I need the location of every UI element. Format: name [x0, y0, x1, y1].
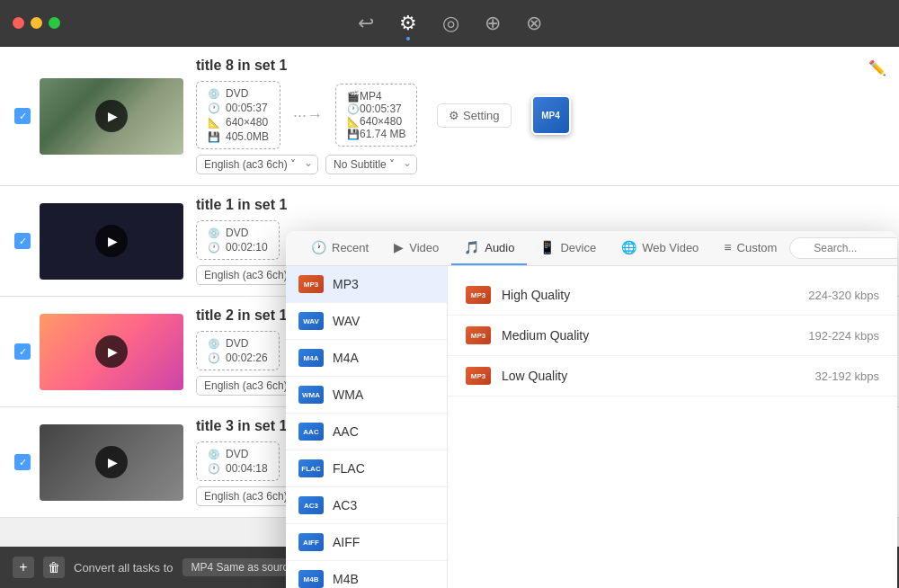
output-format-label: MP4	[360, 90, 382, 102]
wma-icon: WMA	[298, 386, 324, 404]
quality-icon-high: MP3	[466, 286, 491, 304]
play-button-1[interactable]	[95, 100, 128, 132]
bottom-text: Convert all tasks to	[74, 561, 174, 575]
search-input[interactable]	[789, 237, 897, 259]
src-fmt-4: DVD	[226, 448, 248, 460]
delete-button[interactable]: 🗑	[43, 557, 65, 578]
format-badge-label: MP4 Same as source	[191, 561, 295, 574]
output-format-1: 🎬MP4 🕐00:05:37 📐640×480 💾61.74 MB	[335, 84, 417, 147]
format-label-m4a: M4A	[333, 351, 359, 365]
thumbnail-4[interactable]	[40, 424, 183, 501]
format-item-ac3[interactable]: AC3 AC3	[286, 487, 447, 524]
panel-tabs: 🕐 Recent ▶ Video 🎵 Audio 📱 Device 🌐 Web …	[286, 231, 897, 266]
format-item-m4a[interactable]: M4A M4A	[286, 340, 447, 377]
maximize-button[interactable]	[49, 17, 60, 29]
back-icon[interactable]: ↩	[358, 12, 374, 35]
source-format-label: DVD	[226, 87, 248, 100]
quality-item-medium[interactable]: MP3 Medium Quality 192-224 kbps	[448, 316, 897, 356]
quality-item-high[interactable]: MP3 High Quality 224-320 kbps	[448, 275, 897, 316]
tab-audio-label: Audio	[485, 241, 514, 254]
search-wrap: 🔍	[789, 237, 897, 259]
disc-icon[interactable]: ◎	[442, 12, 459, 35]
clock-icon-4: 🕐	[208, 463, 220, 475]
output-duration: 00:05:37	[360, 102, 402, 115]
format-item-mp3[interactable]: MP3 MP3	[286, 266, 447, 303]
source-format-1: 💿DVD 🕐00:05:37 📐640×480 💾405.0MB	[196, 81, 280, 149]
tab-video[interactable]: ▶ Video	[381, 231, 451, 265]
window-controls	[13, 17, 60, 29]
tab-device[interactable]: 📱 Device	[527, 231, 609, 265]
conversion-row-1: 💿DVD 🕐00:05:37 📐640×480 💾405.0MB ···→ 🎬M…	[196, 81, 885, 149]
format-item-flac[interactable]: FLAC FLAC	[286, 450, 447, 487]
add-button[interactable]: +	[13, 557, 34, 578]
video-title-2: title 1 in set 1	[196, 197, 885, 213]
tab-device-label: Device	[560, 241, 596, 254]
src-dur-4: 00:04:18	[226, 462, 268, 475]
format-item-aac[interactable]: AAC AAC	[286, 414, 447, 450]
thumbnail-2[interactable]	[40, 203, 183, 280]
source-format-4: 💿DVD 🕐00:04:18	[196, 441, 280, 481]
video-info-1: title 8 in set 1 💿DVD 🕐00:05:37 📐640×480…	[196, 58, 885, 174]
recent-tab-icon: 🕐	[311, 240, 326, 254]
setting-button-1[interactable]: ⚙ Setting	[437, 103, 511, 128]
subtitle-dropdown-1[interactable]: No Subtitle ˅	[325, 155, 417, 174]
output-size: 61.74 MB	[360, 128, 405, 140]
checkbox-2[interactable]: ✓	[14, 233, 31, 249]
audio-tab-icon: 🎵	[464, 240, 479, 254]
format-label-wma: WMA	[333, 388, 363, 402]
thumbnail-1[interactable]	[40, 78, 183, 155]
aac-icon: AAC	[298, 423, 324, 441]
format-label-aiff: AIFF	[333, 535, 360, 549]
tab-custom-label: Custom	[737, 241, 778, 254]
source-resolution: 640×480	[226, 116, 268, 129]
quality-name-medium: Medium Quality	[502, 328, 797, 343]
format-item-wma[interactable]: WMA WMA	[286, 377, 447, 414]
quality-item-low[interactable]: MP3 Low Quality 32-192 kbps	[448, 356, 897, 396]
tab-recent-label: Recent	[332, 241, 369, 254]
checkbox-4[interactable]: ✓	[14, 454, 31, 470]
close-button[interactable]	[13, 17, 24, 29]
size-icon: 💾	[208, 131, 220, 143]
panel-body: MP3 MP3 WAV WAV M4A M4A WMA WMA AAC AA	[286, 266, 897, 588]
custom-tab-icon: ≡	[724, 240, 731, 254]
tab-webvideo[interactable]: 🌐 Web Video	[609, 231, 711, 265]
disc-format-icon: 💿	[208, 88, 220, 100]
play-button-3[interactable]	[95, 335, 128, 368]
play-button-4[interactable]	[95, 446, 128, 478]
source-size: 405.0MB	[226, 130, 269, 143]
quality-name-low: Low Quality	[502, 369, 804, 383]
mp4-icon-1: MP4	[531, 95, 571, 135]
out-size-icon: 💾	[347, 129, 360, 139]
source-duration: 00:05:37	[226, 102, 268, 114]
res-icon: 📐	[208, 117, 220, 129]
format-label-wav: WAV	[333, 314, 360, 328]
checkbox-1[interactable]: ✓	[14, 108, 31, 124]
play-button-2[interactable]	[95, 225, 128, 257]
tab-recent[interactable]: 🕐 Recent	[298, 231, 381, 265]
main-content: ✓ title 8 in set 1 💿DVD 🕐00:05:37 📐640×4…	[0, 47, 899, 588]
format-item-aiff[interactable]: AIFF AIFF	[286, 524, 447, 561]
settings-icon[interactable]: ⚙	[399, 12, 417, 35]
disc-icon-4: 💿	[208, 449, 220, 460]
m4b-icon: M4B	[298, 570, 324, 588]
flac-icon: FLAC	[298, 459, 324, 477]
format-item-m4b[interactable]: M4B M4B	[286, 561, 447, 588]
format-panel: 🕐 Recent ▶ Video 🎵 Audio 📱 Device 🌐 Web …	[286, 231, 897, 588]
disc2-icon[interactable]: ⊕	[485, 12, 501, 35]
disc3-icon[interactable]: ⊗	[526, 12, 542, 35]
tab-custom[interactable]: ≡ Custom	[711, 231, 789, 265]
tab-audio[interactable]: 🎵 Audio	[451, 231, 527, 265]
quality-list: MP3 High Quality 224-320 kbps MP3 Medium…	[448, 266, 897, 588]
format-item-wav[interactable]: WAV WAV	[286, 303, 447, 340]
titlebar: ↩ ⚙ ◎ ⊕ ⊗	[0, 0, 899, 47]
audio-dropdown-1[interactable]: English (ac3 6ch) ˅	[196, 155, 318, 174]
edit-icon-1[interactable]: ✏️	[868, 59, 886, 76]
src-dur-3: 00:02:26	[226, 352, 268, 364]
src-dur-2: 00:02:10	[226, 241, 268, 254]
checkbox-3[interactable]: ✓	[14, 343, 31, 360]
src-fmt-2: DVD	[226, 227, 248, 239]
minimize-button[interactable]	[31, 17, 42, 29]
out-clock-icon: 🕐	[347, 103, 360, 114]
thumbnail-3[interactable]	[40, 314, 183, 390]
aiff-icon: AIFF	[298, 533, 324, 551]
